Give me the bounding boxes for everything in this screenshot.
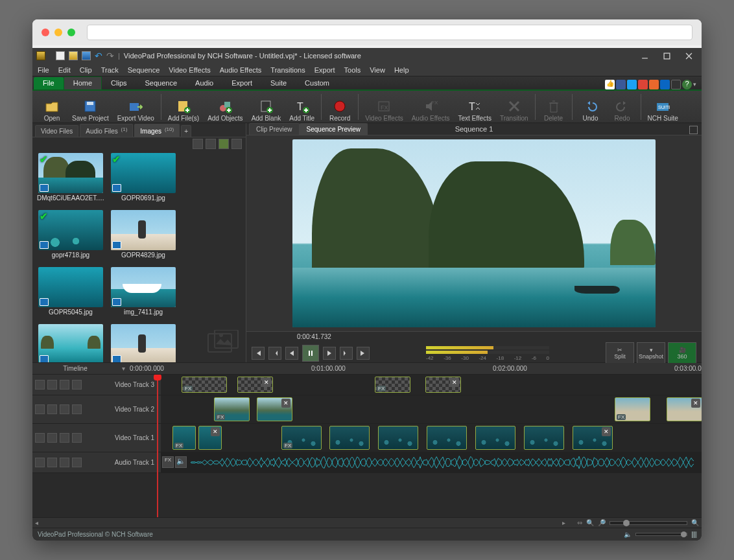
bin-tab-add[interactable]: + — [181, 125, 191, 137]
like-icon[interactable]: 👍 — [605, 80, 615, 89]
ribbon-tab-clips[interactable]: Clips — [102, 77, 136, 89]
timeline-clip[interactable]: FX — [375, 377, 410, 393]
help-icon[interactable]: ? — [682, 80, 692, 89]
bin-thumbnail[interactable]: ✔GOPR0691.jpg — [109, 153, 178, 206]
bin-tab-images[interactable]: Images (10) — [134, 124, 180, 137]
timeline-clip[interactable] — [475, 426, 515, 450]
preview-tab-sequence-preview[interactable]: Sequence Preview — [300, 123, 368, 135]
track-solo-icon[interactable] — [60, 458, 69, 467]
track-collapse-icon[interactable] — [35, 380, 45, 390]
track-collapse-icon[interactable] — [35, 458, 45, 467]
qat-redo-icon[interactable]: ↷ — [106, 51, 114, 61]
track-lock-icon[interactable] — [72, 433, 82, 443]
track-lane[interactable]: FX🔈 — [161, 452, 702, 472]
addobj-button[interactable]: Add Objects — [204, 91, 246, 122]
qat-save-icon[interactable] — [82, 51, 91, 60]
help-dropdown-icon[interactable]: ▾ — [693, 80, 696, 89]
bin-thumbnail[interactable]: ✔DMqt6CiUEAAO2ET.jpg — [36, 153, 105, 206]
track-solo-icon[interactable] — [60, 404, 69, 414]
bin-detail-icon[interactable] — [231, 139, 242, 149]
mute-icon[interactable]: 🔈 — [624, 531, 632, 538]
track-lane[interactable]: FX✕FX✕ — [161, 424, 702, 452]
undo-button[interactable]: Undo — [575, 91, 606, 122]
ribbon-tab-file[interactable]: File — [34, 77, 64, 89]
track-lock-icon[interactable] — [72, 380, 82, 390]
bin-grid-icon[interactable] — [219, 139, 229, 149]
menu-videoeffects[interactable]: Video Effects — [169, 66, 210, 74]
menu-audioeffects[interactable]: Audio Effects — [220, 66, 262, 74]
linkedin-icon[interactable] — [660, 80, 670, 89]
export-button[interactable]: Export Video — [113, 91, 158, 122]
ribbon-tab-custom[interactable]: Custom — [296, 77, 338, 89]
bin-list-icon[interactable] — [206, 139, 216, 149]
goto-start-button[interactable] — [252, 347, 265, 360]
goto-end-button[interactable] — [357, 347, 370, 360]
facebook-icon[interactable] — [616, 80, 626, 89]
prev-clip-button[interactable] — [268, 347, 281, 360]
hscroll-right-icon[interactable]: ▸ — [562, 519, 565, 526]
qat-new-icon[interactable] — [56, 51, 65, 60]
ribbon-tab-sequence[interactable]: Sequence — [136, 77, 187, 89]
window-close-button[interactable] — [680, 50, 698, 62]
menu-help[interactable]: Help — [394, 66, 409, 74]
record-button[interactable]: Record — [324, 91, 355, 122]
addblank-button[interactable]: Add Blank — [248, 91, 285, 122]
hscroll-left-icon[interactable]: ◂ — [35, 519, 38, 526]
track-solo-icon[interactable] — [60, 433, 69, 443]
timeline-clip[interactable] — [427, 426, 467, 450]
menu-sequence[interactable]: Sequence — [128, 66, 160, 74]
timeline-clip[interactable]: FX — [182, 377, 227, 393]
snapshot-button[interactable]: ▾Snapshot — [637, 342, 665, 364]
ribbon-tab-home[interactable]: Home — [64, 76, 102, 89]
menu-tools[interactable]: Tools — [344, 66, 361, 74]
bin-tab-video-files[interactable]: Video Files — [35, 125, 78, 137]
track-mute-icon[interactable] — [47, 380, 57, 390]
menu-clip[interactable]: Clip — [80, 66, 92, 74]
twitter-icon[interactable] — [627, 80, 637, 89]
timeline-clip[interactable] — [329, 426, 370, 450]
afx-button[interactable]: FXAudio Effects — [408, 91, 454, 122]
play-pause-button[interactable] — [302, 345, 319, 362]
zoom-slider[interactable] — [610, 521, 687, 525]
timeline-clip[interactable]: ✕ — [667, 397, 702, 421]
zoom-out-icon[interactable]: 🔍 — [586, 519, 594, 526]
track-collapse-icon[interactable] — [35, 404, 45, 414]
bin-thumbnail[interactable] — [36, 324, 105, 362]
ribbon-tab-suite[interactable]: Suite — [261, 77, 296, 89]
save-button[interactable]: Save Project — [68, 91, 113, 122]
timeline-clip[interactable]: ✕ — [237, 377, 273, 393]
split-button[interactable]: ✂Split — [606, 342, 634, 364]
next-clip-button[interactable] — [340, 347, 353, 360]
mac-max-dot[interactable] — [67, 29, 75, 36]
trans-button[interactable]: Transition — [496, 91, 532, 122]
menu-file[interactable]: File — [38, 66, 49, 74]
open-button[interactable]: Open — [36, 91, 67, 122]
popout-icon[interactable] — [689, 126, 698, 134]
timeline-clip[interactable] — [378, 426, 418, 450]
track-header[interactable]: Video Track 3 — [32, 375, 161, 395]
bin-thumbnail[interactable]: ✔gopr4718.jpg — [36, 210, 105, 263]
bin-tab-audio-files[interactable]: Audio Files (1) — [80, 124, 133, 137]
vfx-button[interactable]: FXVideo Effects — [361, 91, 407, 122]
track-header[interactable]: Video Track 1 — [32, 424, 161, 452]
track-lane[interactable]: FX✕FX✕ — [161, 375, 702, 395]
360-button[interactable]: 🎥360 — [668, 342, 696, 364]
stumble-icon[interactable] — [649, 80, 659, 89]
track-lock-icon[interactable] — [72, 458, 82, 467]
qat-open-icon[interactable] — [69, 51, 78, 60]
volume-slider[interactable] — [635, 533, 687, 536]
bin-thumbnail[interactable]: img_7411.jpg — [109, 267, 178, 320]
redo-button[interactable]: Redo — [607, 91, 638, 122]
ribbon-tab-audio[interactable]: Audio — [186, 77, 222, 89]
addtitle-button[interactable]: TAdd Title — [285, 91, 318, 122]
tracks-area[interactable]: Video Track 3FX✕FX✕Video Track 2FX✕FX✕Vi… — [32, 375, 702, 517]
menu-track[interactable]: Track — [101, 66, 119, 74]
track-mute-icon[interactable] — [47, 433, 57, 443]
window-minimize-button[interactable] — [635, 50, 654, 62]
suite-button[interactable]: SUITENCH Suite — [644, 91, 682, 122]
browser-url-bar[interactable] — [87, 25, 693, 40]
bin-delete-icon[interactable] — [193, 139, 203, 149]
track-mute-icon[interactable] — [47, 404, 57, 414]
preview-tab-clip-preview[interactable]: Clip Preview — [249, 123, 300, 135]
bin-thumbnail[interactable]: GOPR4829.jpg — [109, 210, 178, 263]
